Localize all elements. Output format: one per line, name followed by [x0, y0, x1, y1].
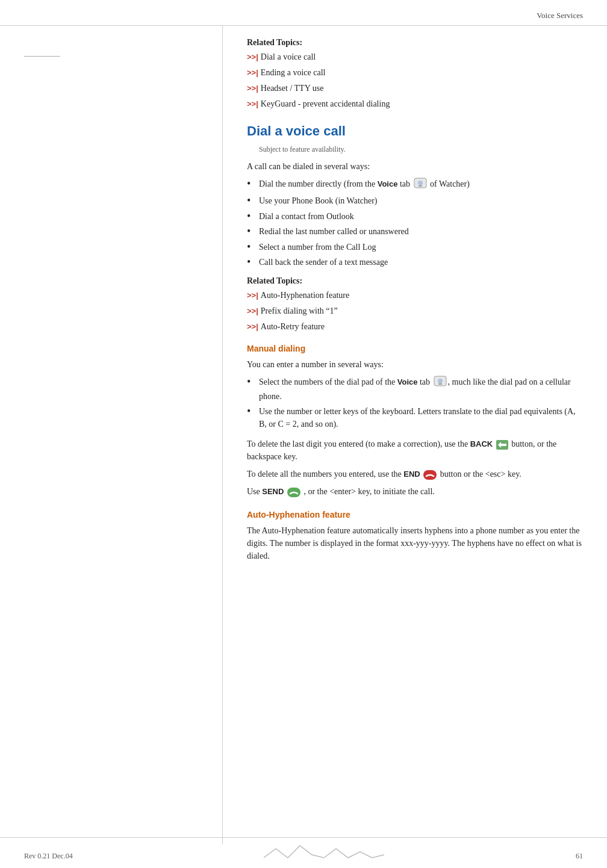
- bullet-dot-4: •: [247, 225, 258, 238]
- link-text-2: Ending a voice call: [261, 68, 326, 78]
- dial-bullet-4: • Redial the last number called or unans…: [247, 225, 583, 238]
- link-item-3[interactable]: >>| Headset / TTY use: [247, 84, 583, 93]
- bullet-dot-2: •: [247, 194, 258, 208]
- page-footer: Rev 0.21 Dec.04 61: [0, 837, 607, 868]
- bullet-dot-5: •: [247, 241, 258, 254]
- link-text-rt2-1: Auto-Hyphenation feature: [261, 291, 349, 300]
- manual-dialing-bullets: • Select the numbers of the dial pad of …: [247, 376, 583, 430]
- link-arrow-rt2-3: >>|: [247, 322, 258, 331]
- bullet-dot-3: •: [247, 210, 258, 223]
- auto-hyphenation-title: Auto-Hyphenation feature: [247, 510, 583, 519]
- auto-hyphenation-section: Auto-Hyphenation feature The Auto-Hyphen…: [247, 510, 583, 562]
- footer-waves: [264, 843, 384, 861]
- bullet-dot-6: •: [247, 256, 258, 269]
- link-arrow-rt2-2: >>|: [247, 306, 258, 315]
- manual-dialing-title: Manual dialing: [247, 344, 583, 353]
- link-arrow-rt2-1: >>|: [247, 291, 258, 300]
- send-keyword: SEND: [262, 487, 284, 496]
- manual-dialing-para1: To delete the last digit you entered (to…: [247, 438, 583, 463]
- link-text-rt2-3: Auto-Retry feature: [261, 322, 325, 332]
- dial-section-note: Subject to feature availability.: [259, 145, 583, 154]
- link-item-rt2-1[interactable]: >>| Auto-Hyphenation feature: [247, 291, 583, 300]
- svg-rect-5: [438, 383, 442, 385]
- link-text-3: Headset / TTY use: [261, 84, 324, 93]
- link-arrow-1: >>|: [247, 52, 258, 61]
- sidebar: [0, 26, 223, 845]
- para2-suffix: button or the <esc> key.: [440, 470, 521, 479]
- bullet-dot-1: •: [247, 178, 258, 191]
- link-item-1[interactable]: >>| Dial a voice call: [247, 52, 583, 62]
- manual-bullet-dot-1: •: [247, 376, 258, 389]
- link-arrow-2: >>|: [247, 68, 258, 77]
- related-topics-label-2: Related Topics:: [247, 276, 583, 286]
- para1-prefix: To delete the last digit you entered (to…: [247, 439, 470, 448]
- dial-bullet-5: • Select a number from the Call Log: [247, 241, 583, 254]
- link-item-rt2-3[interactable]: >>| Auto-Retry feature: [247, 322, 583, 332]
- dial-bullet-text-3: Dial a contact from Outlook: [259, 210, 354, 223]
- link-text-1: Dial a voice call: [261, 52, 316, 62]
- para3-suffix: , or the <enter> key, to initiate the ca…: [304, 487, 434, 496]
- dial-bullet-1: • Dial the number directly (from the Voi…: [247, 178, 583, 192]
- end-icon: [422, 470, 440, 479]
- svg-point-4: [438, 379, 443, 383]
- dial-bullet-text-4: Redial the last number called or unanswe…: [259, 225, 409, 238]
- manual-dialing-para3: Use SEND , or the <enter> key, to initia…: [247, 485, 583, 498]
- link-arrow-3: >>|: [247, 84, 258, 93]
- dial-bullet-text-2: Use your Phone Book (in Watcher): [259, 194, 378, 207]
- link-item-rt2-2[interactable]: >>| Prefix dialing with “1”: [247, 306, 583, 316]
- voice-tab-icon-2: [434, 376, 447, 390]
- manual-dialing-intro: You can enter a number in several ways:: [247, 358, 583, 371]
- link-item-4[interactable]: >>| KeyGuard - prevent accidental dialin…: [247, 99, 583, 109]
- main-content: Related Topics: >>| Dial a voice call >>…: [223, 26, 607, 845]
- manual-bullet-text-2: Use the number or letter keys of the key…: [259, 405, 583, 430]
- header-title: Voice Services: [537, 11, 583, 20]
- dial-bullet-text-5: Select a number from the Call Log: [259, 241, 376, 253]
- svg-point-1: [418, 181, 423, 185]
- sidebar-divider: [24, 56, 60, 57]
- manual-bullet-dot-2: •: [247, 405, 258, 418]
- auto-hyphenation-body: The Auto-Hyphenation feature automatical…: [247, 524, 583, 562]
- svg-rect-2: [419, 185, 422, 187]
- dial-bullet-text-1: Dial the number directly (from the Voice…: [259, 178, 470, 192]
- para3-prefix: Use: [247, 487, 262, 496]
- link-text-rt2-2: Prefix dialing with “1”: [261, 306, 338, 316]
- dial-bullet-6: • Call back the sender of a text message: [247, 256, 583, 269]
- manual-dialing-para2: To delete all the numbers you entered, u…: [247, 468, 583, 480]
- link-text-4: KeyGuard - prevent accidental dialing: [261, 99, 390, 109]
- related-topics-1: Related Topics: >>| Dial a voice call >>…: [247, 38, 583, 109]
- related-topics-label-1: Related Topics:: [247, 38, 583, 48]
- manual-bullet-1: • Select the numbers of the dial pad of …: [247, 376, 583, 403]
- footer-page: 61: [576, 852, 583, 861]
- manual-dialing-section: Manual dialing You can enter a number in…: [247, 344, 583, 498]
- dial-section-intro: A call can be dialed in several ways:: [247, 160, 583, 173]
- dial-bullet-3: • Dial a contact from Outlook: [247, 210, 583, 223]
- manual-bullet-2: • Use the number or letter keys of the k…: [247, 405, 583, 430]
- link-arrow-4: >>|: [247, 99, 258, 108]
- footer-rev: Rev 0.21 Dec.04: [24, 852, 73, 861]
- send-icon: [286, 487, 304, 496]
- dial-section: Dial a voice call Subject to feature ava…: [247, 123, 583, 269]
- dial-bullet-text-6: Call back the sender of a text message: [259, 256, 388, 268]
- back-keyword: BACK: [470, 439, 493, 448]
- related-topics-2: Related Topics: >>| Auto-Hyphenation fea…: [247, 276, 583, 332]
- para2-prefix: To delete all the numbers you entered, u…: [247, 470, 403, 479]
- end-keyword: END: [403, 470, 420, 479]
- page-header: Voice Services: [0, 0, 607, 26]
- dial-section-title: Dial a voice call: [247, 123, 583, 139]
- dial-bullet-2: • Use your Phone Book (in Watcher): [247, 194, 583, 208]
- manual-bullet-text-1: Select the numbers of the dial pad of th…: [259, 376, 583, 403]
- svg-rect-8: [501, 444, 506, 446]
- link-item-2[interactable]: >>| Ending a voice call: [247, 68, 583, 78]
- voice-tab-icon-1: [414, 178, 427, 192]
- footer-wave-svg: [264, 843, 384, 861]
- dial-bullets: • Dial the number directly (from the Voi…: [247, 178, 583, 269]
- back-icon: [496, 440, 508, 450]
